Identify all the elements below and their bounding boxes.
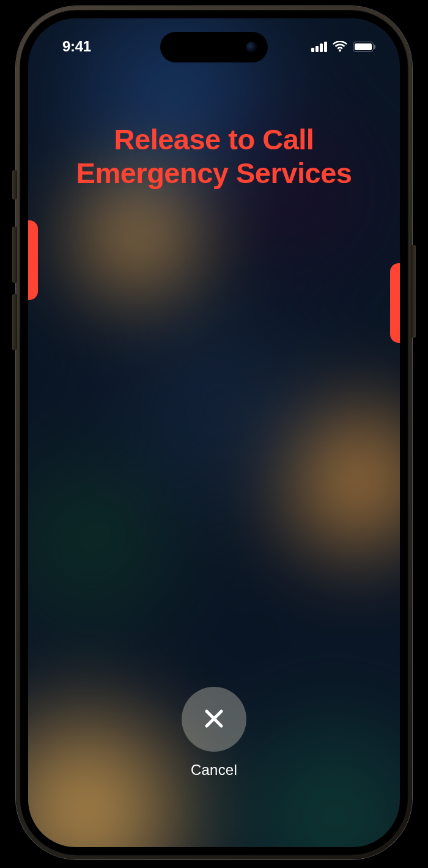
cancel-area: Cancel	[182, 687, 246, 779]
emergency-title: Release to Call Emergency Services	[28, 122, 400, 190]
cellular-signal-icon	[311, 42, 327, 52]
screen: 9:41 Release	[28, 18, 400, 847]
status-icons	[311, 41, 375, 52]
silent-switch	[12, 170, 17, 200]
volume-up-button	[12, 226, 17, 283]
phone-inner-frame: 9:41 Release	[20, 10, 408, 856]
battery-icon	[353, 42, 376, 52]
volume-press-indicator	[28, 220, 38, 300]
title-line-1: Release to Call	[53, 122, 375, 156]
close-icon	[201, 705, 227, 734]
cancel-button[interactable]	[182, 687, 246, 752]
volume-down-button	[12, 294, 17, 350]
cancel-label: Cancel	[191, 761, 237, 779]
side-button	[411, 245, 416, 338]
phone-frame: 9:41 Release	[16, 6, 412, 859]
dynamic-island	[160, 32, 268, 62]
status-time: 9:41	[62, 38, 91, 55]
side-press-indicator	[390, 263, 400, 343]
title-line-2: Emergency Services	[53, 156, 375, 190]
wifi-icon	[333, 41, 347, 52]
front-camera-icon	[246, 42, 257, 53]
